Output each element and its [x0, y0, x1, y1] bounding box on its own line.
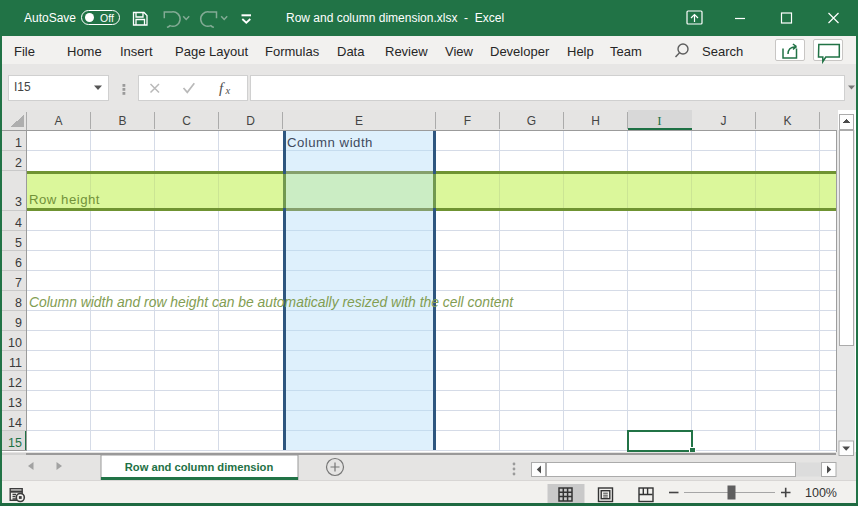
svg-text:I: I	[657, 113, 661, 128]
svg-text:8: 8	[15, 296, 22, 310]
svg-text:H: H	[591, 114, 600, 128]
svg-text:Row and column dimension: Row and column dimension	[125, 461, 274, 473]
svg-text:1: 1	[15, 136, 22, 150]
svg-text:15: 15	[8, 436, 22, 450]
svg-text:C: C	[182, 114, 191, 128]
svg-text:A: A	[54, 114, 62, 128]
svg-text:3: 3	[15, 195, 22, 209]
svg-text:12: 12	[8, 376, 22, 390]
svg-text:B: B	[118, 114, 126, 128]
svg-text:7: 7	[15, 276, 22, 290]
svg-text:14: 14	[8, 416, 22, 430]
svg-text:G: G	[527, 114, 536, 128]
svg-text:x: x	[225, 85, 231, 96]
svg-text:F: F	[464, 114, 471, 128]
svg-text:13: 13	[8, 396, 22, 410]
svg-text:5: 5	[15, 236, 22, 250]
svg-text:4: 4	[15, 216, 22, 230]
svg-text:9: 9	[15, 316, 22, 330]
svg-text:E: E	[355, 114, 363, 128]
svg-text:K: K	[783, 114, 791, 128]
svg-text:2: 2	[15, 156, 22, 170]
svg-text:6: 6	[15, 256, 22, 270]
svg-text:Column width and row height ca: Column width and row height can be autom…	[29, 294, 514, 310]
svg-text:Column width: Column width	[287, 135, 373, 150]
svg-text:10: 10	[8, 336, 22, 350]
svg-text:D: D	[246, 114, 255, 128]
svg-text:100%: 100%	[805, 486, 837, 500]
svg-text:f: f	[219, 80, 225, 96]
svg-text:Row height: Row height	[29, 192, 100, 207]
svg-text:11: 11	[9, 356, 22, 370]
svg-text:J: J	[721, 114, 727, 128]
